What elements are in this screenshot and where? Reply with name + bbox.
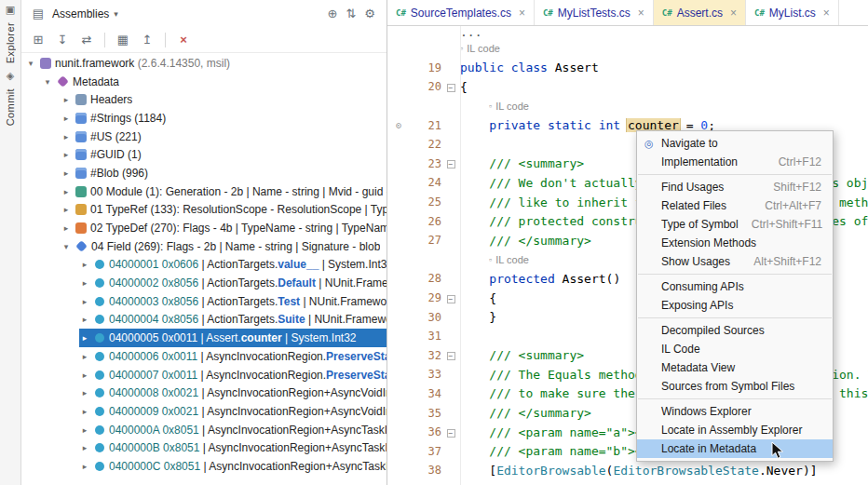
tree-row-content[interactable]: ▸04000002 0x8056 | ActionTargets.Default… bbox=[79, 274, 387, 292]
import-icon[interactable]: ↧ bbox=[53, 31, 72, 49]
menu-item-navigate-to[interactable]: ◎Navigate to bbox=[637, 134, 833, 153]
chevron-right-icon[interactable]: ▸ bbox=[79, 278, 90, 288]
export-icon[interactable]: ↥ bbox=[138, 31, 156, 49]
fold-marker-icon[interactable]: − bbox=[447, 429, 455, 438]
menu-item-sources-from-symbol-files[interactable]: Sources from Symbol Files bbox=[637, 377, 833, 396]
tree-row-content[interactable]: ▸#Strings (1184) bbox=[61, 109, 387, 128]
menu-item-find-usages[interactable]: Find UsagesShift+F12 bbox=[637, 178, 833, 196]
chevron-right-icon[interactable]: ▸ bbox=[79, 352, 90, 361]
menu-item-metadata-view[interactable]: Metadata View bbox=[637, 358, 833, 377]
tree-row-content[interactable]: ▸00 Module (1): Generation - 2b | Name -… bbox=[61, 182, 387, 201]
tab-mylist-cs[interactable]: C#MyList.cs× bbox=[746, 0, 839, 25]
menu-item-related-files[interactable]: Related FilesCtrl+Alt+F7 bbox=[637, 196, 833, 215]
chevron-right-icon[interactable]: ▸ bbox=[79, 388, 90, 397]
chevron-right-icon[interactable]: ▸ bbox=[61, 187, 72, 196]
chevron-right-icon[interactable]: ▸ bbox=[61, 223, 72, 233]
tree-row[interactable]: ▸04000002 0x8056 | ActionTargets.Default… bbox=[21, 274, 387, 292]
tree-row[interactable]: ▸0400000A 0x8051 | AsyncInvocationRegion… bbox=[21, 421, 387, 439]
menu-item-locate-in-metadata[interactable]: Locate in Metadata bbox=[637, 439, 833, 458]
menu-item-exposing-apis[interactable]: Exposing APIs bbox=[637, 296, 833, 315]
close-icon[interactable]: × bbox=[823, 7, 830, 20]
close-icon[interactable]: × bbox=[730, 7, 737, 20]
tree-row-content[interactable]: ▸#Blob (996) bbox=[61, 164, 387, 182]
tree-row-content[interactable]: ▸04000004 0x8056 | ActionTargets.Suite |… bbox=[79, 311, 387, 330]
chevron-right-icon[interactable]: ▸ bbox=[79, 315, 90, 324]
chevron-right-icon[interactable]: ▸ bbox=[79, 443, 90, 452]
chevron-right-icon[interactable]: ▸ bbox=[79, 260, 90, 269]
chevron-right-icon[interactable]: ▸ bbox=[61, 132, 72, 141]
menu-item-show-usages[interactable]: Show UsagesAlt+Shift+F12 bbox=[637, 252, 833, 271]
chevron-right-icon[interactable]: ▸ bbox=[79, 462, 90, 471]
tree-row[interactable]: ▸00 Module (1): Generation - 2b | Name -… bbox=[21, 182, 387, 201]
menu-item-extension-methods[interactable]: Extension Methods bbox=[637, 234, 833, 252]
menu-item-type-of-symbol[interactable]: Type of SymbolCtrl+Shift+F11 bbox=[637, 215, 833, 234]
menu-item-locate-in-assembly-explorer[interactable]: Locate in Assembly Explorer bbox=[637, 421, 833, 439]
tree-row[interactable]: ▸0400000B 0x8051 | AsyncInvocationRegion… bbox=[21, 438, 387, 457]
chevron-down-icon[interactable]: ▾ bbox=[61, 242, 72, 251]
tree-row[interactable]: ▸04000007 0x0011 | AsyncInvocationRegion… bbox=[21, 366, 387, 384]
chevron-right-icon[interactable]: ▸ bbox=[61, 168, 72, 178]
tree-row[interactable]: ▸04000001 0x0606 | ActionTargets.value__… bbox=[21, 256, 387, 275]
tree-row[interactable]: ▸#US (221) bbox=[21, 128, 387, 146]
chevron-right-icon[interactable]: ▸ bbox=[79, 333, 90, 343]
grid-icon[interactable]: ▦ bbox=[114, 31, 132, 49]
tree-row[interactable]: ▾nunit.framework (2.6.4.14350, msil) bbox=[21, 54, 387, 73]
tree-row-content[interactable]: ▸0400000A 0x8051 | AsyncInvocationRegion… bbox=[79, 421, 387, 439]
globe-icon[interactable]: ⊕ bbox=[323, 5, 342, 23]
chevron-right-icon[interactable]: ▸ bbox=[79, 370, 90, 380]
il-code-inlay[interactable]: ▫IL code bbox=[489, 254, 529, 265]
chevron-right-icon[interactable]: ▸ bbox=[79, 407, 90, 416]
tree-row[interactable]: ▾04 Field (269): Flags - 2b | Name - str… bbox=[21, 237, 387, 256]
tree-row[interactable]: ▸04000006 0x0011 | AsyncInvocationRegion… bbox=[21, 347, 387, 366]
assemblies-title[interactable]: Assemblies bbox=[52, 7, 109, 20]
chevron-down-icon[interactable]: ▾ bbox=[114, 9, 118, 19]
tree-row-content[interactable]: ▸04000007 0x0011 | AsyncInvocationRegion… bbox=[79, 366, 387, 384]
chevron-right-icon[interactable]: ▸ bbox=[79, 425, 90, 435]
chevron-right-icon[interactable]: ▸ bbox=[61, 95, 72, 104]
tree-row-content[interactable]: ▾nunit.framework (2.6.4.14350, msil) bbox=[25, 54, 387, 73]
tree-row[interactable]: ▸04000009 0x0021 | AsyncInvocationRegion… bbox=[21, 402, 387, 421]
il-code-inlay[interactable]: ▫IL code bbox=[460, 43, 500, 54]
tab-mylisttests-cs[interactable]: C#MyListTests.cs× bbox=[535, 0, 654, 25]
chevron-right-icon[interactable]: ▸ bbox=[61, 205, 72, 214]
fold-marker-icon[interactable]: − bbox=[447, 352, 455, 360]
tree-row[interactable]: ▸04000003 0x8056 | ActionTargets.Test | … bbox=[21, 292, 387, 311]
fold-marker-icon[interactable]: − bbox=[447, 84, 455, 92]
menu-item-il-code[interactable]: IL Code bbox=[637, 340, 833, 358]
gear-icon[interactable]: ⚙ bbox=[360, 5, 379, 23]
tree-row-content[interactable]: ▸0400000C 0x8051 | AsyncInvocationRegion… bbox=[79, 457, 387, 476]
close-icon[interactable]: × bbox=[638, 7, 644, 20]
tree-row[interactable]: ▸02 TypeDef (270): Flags - 4b | TypeName… bbox=[21, 219, 387, 237]
code-text[interactable]: public class Assert bbox=[460, 61, 868, 74]
tree-row-content[interactable]: ▸04000001 0x0606 | ActionTargets.value__… bbox=[79, 256, 387, 275]
tree-row[interactable]: ▸#GUID (1) bbox=[21, 145, 387, 164]
chevron-right-icon[interactable]: ▸ bbox=[61, 150, 72, 159]
chevron-right-icon[interactable]: ▸ bbox=[79, 297, 90, 306]
sort-icon[interactable]: ⇅ bbox=[342, 5, 360, 23]
tree-row-content[interactable]: ▸04000005 0x0011 | Assert.counter | Syst… bbox=[79, 329, 387, 347]
chevron-down-icon[interactable]: ▾ bbox=[25, 59, 36, 68]
tree-row[interactable]: ▸04000004 0x8056 | ActionTargets.Suite |… bbox=[21, 311, 387, 330]
menu-item-implementation[interactable]: ImplementationCtrl+F12 bbox=[637, 153, 833, 171]
tree-row-content[interactable]: ▸#GUID (1) bbox=[61, 145, 387, 164]
tree-row[interactable]: ▸0400000C 0x8051 | AsyncInvocationRegion… bbox=[21, 457, 387, 476]
tree-row-content[interactable]: ▸#US (221) bbox=[61, 128, 387, 146]
code-text[interactable]: { bbox=[460, 80, 868, 94]
tree-row-content[interactable]: ▸04000009 0x0021 | AsyncInvocationRegion… bbox=[79, 402, 387, 421]
tree-row[interactable]: ▸#Blob (996) bbox=[21, 164, 387, 182]
tree-row[interactable]: ▾Metadata bbox=[21, 73, 387, 91]
tree-row-content[interactable]: ▾04 Field (269): Flags - 2b | Name - str… bbox=[61, 237, 387, 256]
tree-row-content[interactable]: ▸04000008 0x0021 | AsyncInvocationRegion… bbox=[79, 384, 387, 402]
add-assembly-icon[interactable]: ⊞ bbox=[29, 31, 47, 49]
remove-icon[interactable]: × bbox=[174, 31, 193, 49]
tab-sourcetemplates-cs[interactable]: C#SourceTemplates.cs× bbox=[387, 0, 535, 25]
tree-row[interactable]: ▸04000005 0x0011 | Assert.counter | Syst… bbox=[21, 329, 387, 347]
tree-row[interactable]: ▸#Strings (1184) bbox=[21, 109, 387, 128]
menu-item-decompiled-sources[interactable]: Decompiled Sources bbox=[637, 321, 833, 340]
tool-window-tab-explorer[interactable]: Explorer bbox=[5, 22, 16, 63]
il-code-inlay[interactable]: ▫IL code bbox=[489, 101, 529, 112]
gutter-hint-icon[interactable]: ⊙ bbox=[387, 120, 410, 130]
code-text[interactable]: [EditorBrowsable(EditorBrowsableState.Ne… bbox=[460, 464, 868, 478]
tree-row[interactable]: ▸04000008 0x0021 | AsyncInvocationRegion… bbox=[21, 384, 387, 402]
fold-marker-icon[interactable]: − bbox=[447, 160, 455, 168]
